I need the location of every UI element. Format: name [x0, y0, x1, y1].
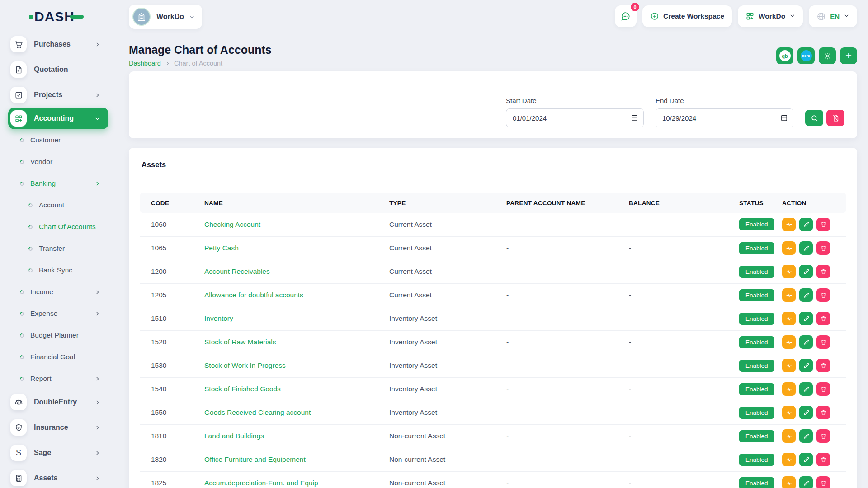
table-row: 1550Goods Received Clearing accountInven… [140, 401, 846, 424]
delete-button[interactable] [816, 288, 830, 302]
table-row: 1540Stock of Finished GoodsInventory Ass… [140, 377, 846, 401]
cell-parent: - [495, 260, 618, 283]
delete-button[interactable] [816, 429, 830, 443]
transactions-button[interactable] [782, 312, 796, 325]
account-name-link[interactable]: Petty Cash [204, 244, 239, 252]
start-date-input[interactable] [506, 108, 644, 127]
transactions-button[interactable] [782, 241, 796, 255]
account-name-link[interactable]: Land and Buildings [204, 432, 264, 440]
language-selector[interactable]: EN [809, 5, 857, 27]
sidebar-item-income[interactable]: Income [0, 281, 122, 303]
sidebar-item-insurance[interactable]: Insurance [0, 415, 122, 440]
sidebar-item-customer[interactable]: Customer [0, 129, 122, 151]
edit-button[interactable] [799, 265, 813, 278]
account-name-link[interactable]: Checking Account [204, 221, 260, 228]
workspace-selector[interactable]: WorkDo [129, 5, 202, 29]
settings-button[interactable] [819, 47, 836, 64]
account-name-link[interactable]: Stock of Finished Goods [204, 385, 281, 393]
account-name-link[interactable]: Inventory [204, 314, 233, 322]
account-name-link[interactable]: Stock of Raw Materials [204, 338, 276, 346]
edit-button[interactable] [799, 359, 813, 372]
transactions-button[interactable] [782, 476, 796, 488]
sidebar-item-doubleentry[interactable]: DoubleEntry [0, 389, 122, 415]
delete-button[interactable] [816, 241, 830, 255]
create-workspace-button[interactable]: Create Workspace [642, 5, 732, 27]
sidebar-item-vendor[interactable]: Vendor [0, 151, 122, 173]
edit-button[interactable] [799, 312, 813, 325]
globe-icon [816, 12, 826, 21]
account-name-link[interactable]: Allowance for doubtful accounts [204, 291, 303, 299]
edit-button[interactable] [799, 476, 813, 488]
account-name-link[interactable]: Office Furniture and Equipement [204, 455, 306, 463]
sidebar-item-transfer[interactable]: Transfer [0, 238, 122, 259]
cell-parent: - [495, 471, 618, 488]
delete-button[interactable] [816, 218, 830, 231]
brand-logo[interactable]: DASH [29, 10, 84, 23]
account-name-link[interactable]: Goods Received Clearing account [204, 408, 311, 416]
app-menu-button[interactable]: WorkDo [738, 5, 803, 27]
sidebar-item-projects[interactable]: Projects [0, 82, 122, 108]
transactions-button[interactable] [782, 453, 796, 466]
delete-button[interactable] [816, 406, 830, 419]
edit-button[interactable] [799, 382, 813, 396]
cell-code: 1810 [140, 424, 193, 448]
end-date-input[interactable] [656, 108, 793, 127]
sidebar-item-sage[interactable]: SSage [0, 440, 122, 465]
delete-button[interactable] [816, 453, 830, 466]
edit-button[interactable] [799, 218, 813, 231]
create-button[interactable]: + [840, 47, 857, 64]
pencil-icon [803, 245, 810, 252]
sidebar-item-financial-goal[interactable]: Financial Goal [0, 346, 122, 368]
transactions-button[interactable] [782, 218, 796, 231]
cell-type: Non-current Asset [378, 448, 495, 471]
status-badge: Enabled [739, 266, 774, 278]
sidebar-item-expense[interactable]: Expense [0, 303, 122, 324]
pencil-icon [803, 339, 810, 346]
account-name-link[interactable]: Stock of Work In Progress [204, 361, 286, 369]
edit-button[interactable] [799, 453, 813, 466]
sidebar-item-label: Financial Goal [30, 353, 75, 361]
apply-filter-button[interactable] [805, 110, 823, 126]
transactions-button[interactable] [782, 288, 796, 302]
sidebar-item-chart-of-accounts[interactable]: Chart Of Accounts [0, 216, 122, 238]
transactions-button[interactable] [782, 382, 796, 396]
delete-button[interactable] [816, 265, 830, 278]
sidebar-item-banking[interactable]: Banking [0, 173, 122, 194]
reset-filter-button[interactable] [826, 110, 844, 126]
chart-of-accounts-table: CODENAMETYPEPARENT ACCOUNT NAMEBALANCEST… [140, 193, 846, 488]
account-name-link[interactable]: Account Receivables [204, 267, 270, 275]
transactions-button[interactable] [782, 406, 796, 419]
xero-button[interactable]: xero [797, 47, 815, 64]
sidebar-item-account[interactable]: Account [0, 194, 122, 216]
quickbooks-button[interactable]: qb [776, 47, 793, 64]
edit-button[interactable] [799, 288, 813, 302]
transactions-button[interactable] [782, 429, 796, 443]
delete-button[interactable] [816, 335, 830, 349]
edit-button[interactable] [799, 335, 813, 349]
edit-button[interactable] [799, 406, 813, 419]
pencil-icon [803, 480, 810, 487]
sidebar-item-budget-planner[interactable]: Budget Planner [0, 324, 122, 346]
transactions-button[interactable] [782, 265, 796, 278]
sidebar-item-assets[interactable]: Assets [0, 465, 122, 488]
transactions-button[interactable] [782, 335, 796, 349]
delete-button[interactable] [816, 382, 830, 396]
edit-button[interactable] [799, 241, 813, 255]
transactions-button[interactable] [782, 359, 796, 372]
row-actions [782, 241, 846, 255]
sidebar-item-quotation[interactable]: Quotation [0, 57, 122, 82]
sidebar-item-accounting[interactable]: Accounting [8, 108, 108, 129]
edit-button[interactable] [799, 429, 813, 443]
sidebar-item-purchases[interactable]: Purchases [0, 32, 122, 57]
breadcrumb-dashboard-link[interactable]: Dashboard [129, 60, 161, 67]
delete-button[interactable] [816, 476, 830, 488]
sidebar-item-label: Report [30, 375, 52, 383]
sidebar-item-bank-sync[interactable]: Bank Sync [0, 259, 122, 281]
delete-button[interactable] [816, 359, 830, 372]
cell-type: Non-current Asset [378, 424, 495, 448]
messages-button[interactable]: 0 [615, 5, 637, 27]
start-date-group: Start Date [506, 97, 644, 127]
account-name-link[interactable]: Accum.depreciation-Furn. and Equip [204, 479, 318, 487]
sidebar-item-report[interactable]: Report [0, 368, 122, 389]
delete-button[interactable] [816, 312, 830, 325]
